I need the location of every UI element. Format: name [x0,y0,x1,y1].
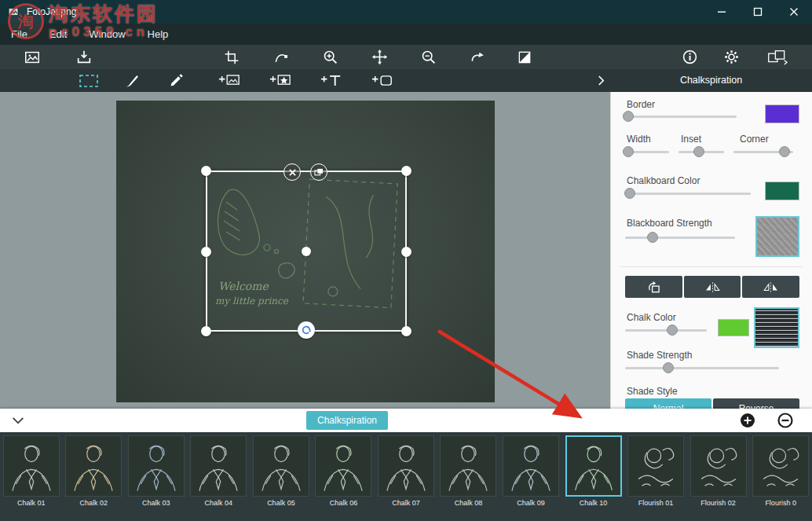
width-slider[interactable] [625,146,669,158]
effect-thumbnail[interactable] [565,435,622,497]
effect-thumbnail[interactable] [65,435,122,497]
filmstrip-item[interactable]: Flourish 02 [687,432,750,521]
effect-thumbnail[interactable] [690,435,747,497]
filmstrip-item[interactable]: Chalk 10 [562,432,625,521]
shade-style-reverse-button[interactable]: Reverse [713,398,799,409]
add-text-icon[interactable] [318,71,345,90]
flip-vertical-button[interactable] [742,276,799,298]
zoom-in-icon[interactable] [316,47,343,67]
effect-thumbnail-label: Flourish 0 [765,499,796,507]
collapse-strip-chevron-icon[interactable] [8,413,28,428]
effect-thumbnail-label: Chalk 02 [80,499,108,507]
resize-handle-e[interactable] [401,247,411,257]
resize-handle-sw[interactable] [201,326,211,336]
filmstrip-item[interactable]: Chalk 09 [499,432,562,521]
resize-handle-ne[interactable] [401,166,411,176]
add-photo-icon[interactable] [216,71,243,90]
effect-thumbnail[interactable] [128,435,185,497]
main-toolbar [0,45,812,69]
corner-slider[interactable] [733,146,793,158]
filmstrip-item[interactable]: Chalk 07 [375,432,437,521]
resize-handle-nw[interactable] [201,166,211,176]
delete-selection-button[interactable] [283,163,301,181]
panel-divider [620,266,803,267]
filmstrip-item[interactable]: Chalk 04 [188,432,251,521]
effect-thumbnail[interactable] [627,435,684,497]
effect-thumbnail[interactable] [190,435,247,497]
add-clipart-icon[interactable] [267,71,294,90]
effect-thumbnail[interactable] [3,435,60,497]
minimize-button[interactable] [704,0,740,24]
canvas-area[interactable]: Welcome my little prince [0,92,610,409]
shade-style-label: Shade Style [627,386,678,397]
chalk-color-slider[interactable] [625,325,707,336]
blackboard-texture-swatch[interactable] [755,216,799,257]
effect-thumbnail[interactable] [378,435,434,497]
filmstrip-item[interactable]: Flourish 01 [624,432,687,521]
thumbnails-smaller-button[interactable] [777,413,793,428]
zoom-out-icon[interactable] [415,47,441,67]
panel-header-title: Chalkspiration [610,69,812,92]
thumbnails-larger-button[interactable] [740,413,755,428]
bottom-bar: Chalkspiration [0,409,812,432]
close-button[interactable] [776,0,812,24]
info-icon[interactable] [676,47,703,67]
workspace: Welcome my little prince [0,92,812,409]
filmstrip-item[interactable]: Chalk 02 [63,432,126,521]
border-color-swatch[interactable] [765,105,799,123]
import-icon[interactable] [71,47,97,67]
filmstrip-item[interactable]: Chalk 06 [313,432,375,521]
photo-picker-icon[interactable] [19,47,46,67]
filmstrip-item[interactable]: Chalk 03 [125,432,188,521]
chalk-color-swatch[interactable] [718,319,749,336]
crop-icon[interactable] [218,47,245,67]
center-handle[interactable] [302,247,311,256]
redo-icon[interactable] [463,47,490,67]
rotate-handle[interactable] [298,321,315,339]
resize-handle-se[interactable] [401,326,411,336]
menu-window[interactable]: Window [78,24,136,45]
settings-gear-icon[interactable] [718,47,744,67]
filmstrip-item[interactable]: Flourish 0 [749,432,812,521]
flat-brush-icon[interactable] [163,71,189,90]
chalkboard-color-slider[interactable] [625,188,751,200]
filmstrip-item[interactable]: Chalk 05 [250,432,313,521]
enhance-icon[interactable] [511,47,538,67]
curve-icon[interactable] [268,47,294,67]
add-shape-icon[interactable] [369,71,396,90]
filmstrip-item[interactable]: Chalk 01 [0,432,63,521]
effects-filmstrip: Chalk 01 [0,432,812,521]
edit-toolbar: Chalkspiration [0,69,812,92]
rotate-button[interactable] [625,276,682,298]
selection-box[interactable] [206,171,407,332]
effect-settings-panel: Border Width Inset Corner Chalkboard Col… [610,92,812,409]
menu-edit[interactable]: Edit [38,24,78,45]
blackboard-strength-slider[interactable] [625,232,735,244]
category-button[interactable]: Chalkspiration [306,411,388,430]
share-icon[interactable] [764,47,791,67]
chalk-texture-swatch[interactable] [754,307,799,348]
marquee-select-icon[interactable] [75,71,102,90]
menu-file[interactable]: File [0,24,38,45]
move-icon[interactable] [366,47,393,67]
filmstrip-item[interactable]: Chalk 08 [437,432,500,521]
maximize-button[interactable] [740,0,776,24]
flip-horizontal-button[interactable] [684,276,741,298]
inset-slider[interactable] [678,146,724,158]
effect-thumbnail[interactable] [253,435,309,497]
menu-help[interactable]: Help [137,24,180,45]
effect-thumbnail[interactable] [752,435,809,497]
border-slider[interactable] [625,111,737,123]
shade-strength-slider[interactable] [625,362,779,374]
effect-thumbnail-label: Chalk 08 [455,499,483,507]
effect-thumbnail-label: Chalk 07 [392,499,420,507]
chalkboard-color-swatch[interactable] [765,182,799,200]
effect-thumbnail[interactable] [315,435,371,497]
brush-icon[interactable] [119,71,145,90]
shade-style-normal-button[interactable]: Normal [625,398,711,409]
effect-thumbnail[interactable] [440,435,496,497]
effect-thumbnail[interactable] [503,435,559,497]
inset-label: Inset [681,134,701,145]
swap-image-button[interactable] [310,163,327,181]
resize-handle-w[interactable] [201,247,211,257]
